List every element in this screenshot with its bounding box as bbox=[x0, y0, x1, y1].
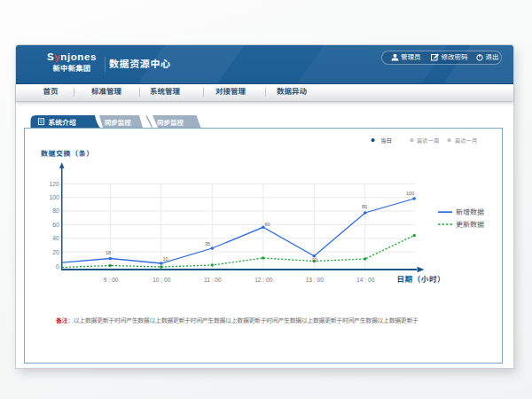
svg-text:60: 60 bbox=[265, 222, 270, 227]
svg-text:120: 120 bbox=[49, 181, 59, 187]
svg-text:10: 10 bbox=[163, 256, 168, 262]
svg-text:80: 80 bbox=[52, 207, 59, 214]
svg-text:35: 35 bbox=[205, 241, 210, 246]
svg-text:60: 60 bbox=[52, 222, 59, 228]
svg-text:数据交换（条）: 数据交换（条） bbox=[41, 150, 94, 158]
svg-text:同步监控: 同步监控 bbox=[157, 119, 184, 127]
svg-text:80: 80 bbox=[362, 204, 367, 209]
svg-text:0: 0 bbox=[56, 263, 59, 270]
svg-text:12 : 00: 12 : 00 bbox=[254, 277, 272, 283]
svg-text:18: 18 bbox=[106, 250, 111, 255]
svg-text:新增数据: 新增数据 bbox=[456, 208, 484, 216]
svg-text:10: 10 bbox=[312, 257, 317, 262]
svg-text:40: 40 bbox=[52, 235, 59, 241]
svg-text:当日: 当日 bbox=[380, 137, 392, 144]
svg-text:13 : 00: 13 : 00 bbox=[306, 277, 324, 283]
svg-text:20: 20 bbox=[52, 249, 59, 255]
svg-text:14 : 00: 14 : 00 bbox=[356, 277, 374, 283]
svg-text:系统介绍: 系统介绍 bbox=[49, 119, 76, 127]
svg-text:同步监控: 同步监控 bbox=[105, 119, 131, 127]
svg-text:11 : 00: 11 : 00 bbox=[204, 277, 222, 283]
svg-text:日期（小时）: 日期（小时） bbox=[397, 275, 446, 284]
svg-text:最近一月: 最近一月 bbox=[455, 137, 477, 144]
svg-text:100: 100 bbox=[49, 194, 59, 200]
svg-text:10 : 00: 10 : 00 bbox=[153, 277, 170, 283]
svg-text:更新数据: 更新数据 bbox=[456, 221, 484, 229]
svg-text:最近一周: 最近一周 bbox=[417, 137, 439, 144]
svg-text:100: 100 bbox=[406, 191, 414, 196]
svg-text:9 : 00: 9 : 00 bbox=[104, 277, 119, 283]
